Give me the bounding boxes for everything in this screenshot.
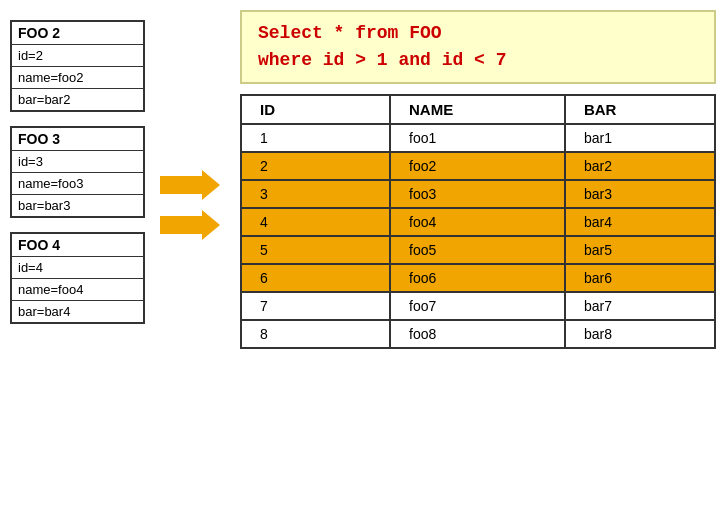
table-cell-id: 3: [241, 180, 390, 208]
foo-box-4-title: FOO 4: [12, 234, 143, 257]
table-cell-name: foo6: [390, 264, 565, 292]
table-cell-bar: bar8: [565, 320, 715, 348]
result-table: ID NAME BAR 1foo1bar12foo2bar23foo3bar34…: [240, 94, 716, 349]
table-cell-name: foo4: [390, 208, 565, 236]
foo-box-3-row-bar: bar=bar3: [12, 195, 143, 216]
table-cell-name: foo8: [390, 320, 565, 348]
table-cell-bar: bar4: [565, 208, 715, 236]
table-row: 7foo7bar7: [241, 292, 715, 320]
table-cell-id: 8: [241, 320, 390, 348]
foo-box-2: FOO 2 id=2 name=foo2 bar=bar2: [10, 20, 145, 112]
foo-box-3-row-id: id=3: [12, 151, 143, 173]
sql-line1: Select * from FOO: [258, 23, 442, 43]
table-row: 6foo6bar6: [241, 264, 715, 292]
table-row: 8foo8bar8: [241, 320, 715, 348]
foo-box-2-row-bar: bar=bar2: [12, 89, 143, 110]
page-container: FOO 2 id=2 name=foo2 bar=bar2 FOO 3 id=3…: [0, 0, 726, 507]
arrow-1: [160, 170, 220, 200]
table-cell-name: foo7: [390, 292, 565, 320]
sql-line2: where id > 1 and id < 7: [258, 50, 506, 70]
table-row: 2foo2bar2: [241, 152, 715, 180]
foo-box-3: FOO 3 id=3 name=foo3 bar=bar3: [10, 126, 145, 218]
table-row: 1foo1bar1: [241, 124, 715, 152]
right-column: Select * from FOO where id > 1 and id < …: [230, 10, 716, 349]
table-header-row: ID NAME BAR: [241, 95, 715, 124]
table-cell-bar: bar1: [565, 124, 715, 152]
col-header-name: NAME: [390, 95, 565, 124]
table-cell-id: 4: [241, 208, 390, 236]
foo-boxes-column: FOO 2 id=2 name=foo2 bar=bar2 FOO 3 id=3…: [10, 20, 150, 324]
table-cell-bar: bar6: [565, 264, 715, 292]
table-cell-id: 7: [241, 292, 390, 320]
foo-box-2-row-id: id=2: [12, 45, 143, 67]
table-row: 3foo3bar3: [241, 180, 715, 208]
table-cell-id: 6: [241, 264, 390, 292]
foo-box-3-row-name: name=foo3: [12, 173, 143, 195]
foo-box-2-row-name: name=foo2: [12, 67, 143, 89]
foo-box-4-row-name: name=foo4: [12, 279, 143, 301]
table-cell-bar: bar7: [565, 292, 715, 320]
table-cell-bar: bar3: [565, 180, 715, 208]
foo-box-4: FOO 4 id=4 name=foo4 bar=bar4: [10, 232, 145, 324]
table-cell-name: foo3: [390, 180, 565, 208]
foo-box-2-title: FOO 2: [12, 22, 143, 45]
table-cell-bar: bar2: [565, 152, 715, 180]
table-cell-bar: bar5: [565, 236, 715, 264]
table-row: 4foo4bar4: [241, 208, 715, 236]
foo-box-4-row-bar: bar=bar4: [12, 301, 143, 322]
table-cell-id: 2: [241, 152, 390, 180]
col-header-bar: BAR: [565, 95, 715, 124]
foo-box-4-row-id: id=4: [12, 257, 143, 279]
arrow-2: [160, 210, 220, 240]
table-cell-name: foo2: [390, 152, 565, 180]
table-row: 5foo5bar5: [241, 236, 715, 264]
sql-box: Select * from FOO where id > 1 and id < …: [240, 10, 716, 84]
sql-text: Select * from FOO where id > 1 and id < …: [258, 20, 698, 74]
table-cell-name: foo5: [390, 236, 565, 264]
table-cell-id: 5: [241, 236, 390, 264]
table-cell-id: 1: [241, 124, 390, 152]
table-cell-name: foo1: [390, 124, 565, 152]
arrows-column: [160, 170, 220, 240]
foo-box-3-title: FOO 3: [12, 128, 143, 151]
col-header-id: ID: [241, 95, 390, 124]
